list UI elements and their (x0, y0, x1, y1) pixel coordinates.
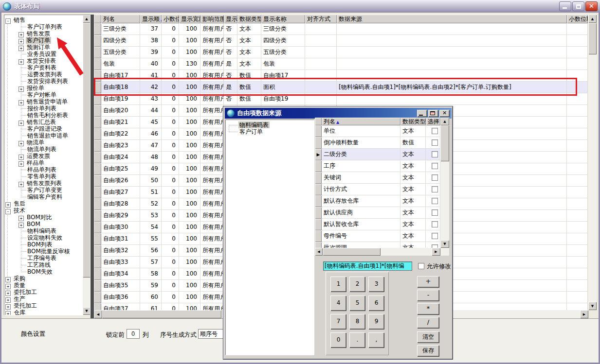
cell[interactable]: 0 (162, 210, 179, 222)
cell[interactable] (567, 175, 588, 187)
cell[interactable]: 100 (179, 175, 200, 187)
cell[interactable]: 0 (162, 58, 179, 70)
multiply-button[interactable]: * (417, 303, 439, 315)
cell[interactable]: 所有用户 (200, 163, 224, 175)
dialog-minimize-button[interactable] (417, 110, 427, 117)
row-selector[interactable] (94, 210, 101, 222)
cell[interactable]: 计价方式 (322, 184, 400, 195)
cell[interactable]: 文本 (400, 230, 426, 242)
tree-item[interactable]: +发货安排表 (4, 57, 90, 64)
row-selector[interactable] (94, 268, 101, 280)
cell[interactable] (567, 268, 588, 280)
cell[interactable]: 所有用户 (200, 303, 224, 310)
grid-header-cell[interactable]: 选择 (426, 118, 440, 125)
tree-item[interactable]: +运费发票 (4, 153, 90, 159)
cell[interactable]: 文本 (237, 35, 261, 47)
tree-item[interactable]: 工序编号表 (4, 255, 90, 261)
cell[interactable]: 0 (162, 245, 179, 257)
cell[interactable]: 五级分类 (101, 47, 140, 58)
cell[interactable] (567, 303, 588, 310)
tree-item[interactable]: +销售发票列表 (4, 180, 90, 187)
dialog-table-row[interactable]: 倒冲领料数量数值 (315, 137, 440, 149)
dialog-table-row[interactable]: 工序文本 (315, 160, 440, 172)
tree-item[interactable]: +销售退货申请单 (4, 98, 90, 105)
close-button[interactable]: ✕ (585, 1, 598, 11)
row-selector[interactable] (315, 137, 322, 149)
cell[interactable]: 所有用户 (200, 268, 224, 280)
scroll-down-icon[interactable]: ▼ (83, 307, 91, 315)
tree-item-label[interactable]: 客户跟进记录 (26, 125, 63, 132)
tree-item[interactable]: 客户订单变更 (4, 187, 90, 193)
grid-vscroll-thumb[interactable] (588, 23, 597, 54)
dialog-grid-vscrollbar[interactable]: ▲ ▼ (440, 118, 449, 248)
cell[interactable]: 自由项28 (101, 198, 140, 210)
cell[interactable]: 自由项31 (101, 233, 140, 245)
cell[interactable]: 40 (140, 58, 162, 70)
cell[interactable]: 所有用户 (200, 23, 224, 35)
tree-item-label[interactable]: 物流单 (26, 139, 45, 146)
tree-item-label[interactable]: 物料编码表 (26, 227, 57, 234)
cell[interactable]: 文本 (400, 172, 426, 184)
field-select-checkbox[interactable] (432, 233, 438, 239)
cell[interactable]: 0 (162, 117, 179, 128)
tree-item-label[interactable]: 质量 (13, 282, 26, 289)
cell[interactable]: 所有用户 (200, 140, 224, 152)
row-selector[interactable] (94, 233, 101, 245)
cell[interactable]: 0 (162, 303, 179, 310)
color-settings-button[interactable]: 颜色设置 (21, 330, 45, 338)
row-selector[interactable] (94, 175, 101, 187)
cell[interactable]: 自由项20 (101, 105, 140, 117)
keypad-7-button[interactable]: 7 (330, 314, 346, 329)
cell[interactable]: 所有用户 (200, 257, 224, 268)
scroll-right-icon[interactable]: ▶ (432, 248, 440, 256)
grid-header-cell[interactable]: 数据类型 (400, 118, 426, 125)
cell[interactable]: 所有用户 (200, 58, 224, 70)
tree-item[interactable]: +质量 (4, 282, 90, 289)
cell[interactable] (567, 105, 588, 117)
cell[interactable] (567, 233, 588, 245)
tree-item-label[interactable]: 销售发票 (26, 30, 51, 37)
row-selector[interactable] (94, 23, 101, 35)
tree-item[interactable]: 零售单列表 (4, 173, 90, 180)
tree-item-label[interactable]: 客户资料表 (26, 64, 57, 71)
tree-item-label[interactable]: 销售退款申请单 (26, 132, 69, 139)
cell[interactable]: 0 (162, 198, 179, 210)
grid-header-cell[interactable]: 显示 (224, 15, 237, 23)
field-select-checkbox[interactable] (432, 151, 438, 157)
row-selector[interactable] (94, 222, 101, 233)
row-selector[interactable] (94, 117, 101, 128)
cell[interactable]: 五级分类 (261, 47, 305, 58)
tree-item-label[interactable]: 生产 (13, 295, 26, 302)
cell[interactable]: 自由项35 (101, 280, 140, 292)
tree-item[interactable]: 销售毛利分析表 (4, 112, 90, 119)
dialog-close-button[interactable]: ✕ (439, 110, 450, 117)
grid-header-cell[interactable]: 小数位取 (567, 15, 588, 23)
grid-header-cell[interactable]: 数据来源 (337, 15, 567, 23)
cell[interactable]: 文本 (400, 160, 426, 172)
cell[interactable]: 所有用户 (200, 105, 224, 117)
cell[interactable]: 包装 (101, 58, 140, 70)
cell[interactable]: 所有用户 (200, 210, 224, 222)
save-button[interactable]: 保存 (417, 345, 439, 357)
tree-item-label[interactable]: 销售汇总表 (26, 119, 57, 125)
row-selector[interactable] (315, 195, 322, 207)
tree-item[interactable]: 客户资料表 (4, 64, 90, 71)
cell[interactable]: 100 (179, 128, 200, 140)
scroll-left-icon[interactable]: ◀ (94, 310, 102, 318)
cell[interactable]: 100 (179, 140, 200, 152)
tree-item[interactable]: 样品单列表 (4, 166, 90, 173)
cell[interactable]: 批次管理 (322, 242, 400, 248)
field-select-checkbox[interactable] (432, 139, 438, 146)
cell[interactable]: 默认供应商 (322, 207, 400, 219)
cell[interactable] (567, 222, 588, 233)
tree-item-label[interactable]: 业务员设置 (26, 51, 57, 57)
cell[interactable]: 100 (179, 187, 200, 198)
tree-item-label[interactable]: BOM (26, 221, 41, 227)
row-selector[interactable] (315, 207, 322, 219)
grid-hscroll-thumb[interactable] (102, 310, 221, 318)
scroll-left-icon[interactable]: ◀ (315, 248, 323, 256)
tree-item[interactable]: +报价单 (4, 85, 90, 91)
tree-item[interactable]: +采购 (4, 275, 90, 282)
table-row[interactable]: 包装400130所有用户是文本包装 (94, 58, 588, 70)
tree-item-label[interactable]: 物料编码表 (238, 121, 270, 128)
